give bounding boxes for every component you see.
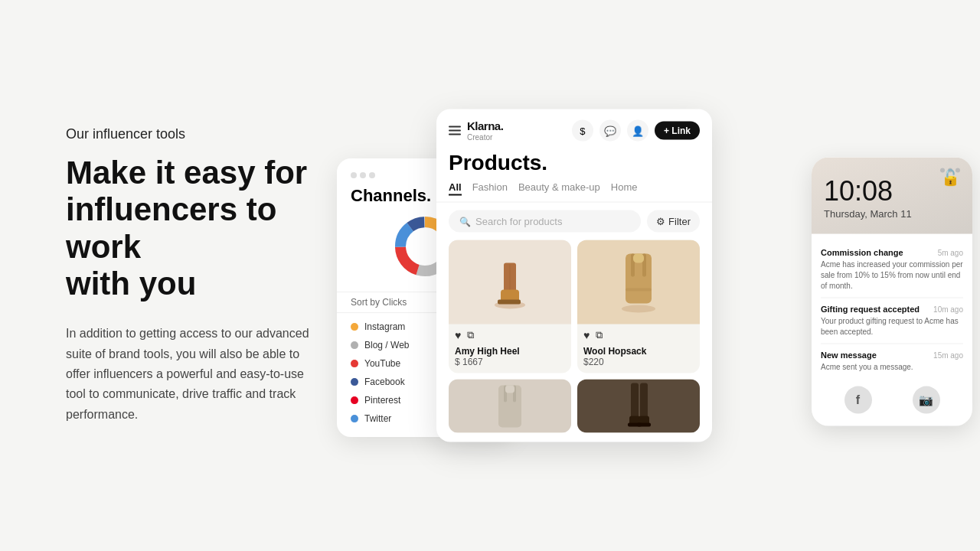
phone-status-bar xyxy=(824,168,960,173)
tag-label: Our influencer tools xyxy=(66,126,337,142)
notif-2: Gifting request accepted 10m ago Your pr… xyxy=(821,298,963,344)
chat-icon[interactable]: 💬 xyxy=(599,120,621,142)
notif-3-header: New message 15m ago xyxy=(821,350,963,360)
phone-lockscreen: 🔓 10:08 Thursday, March 11 xyxy=(812,158,972,234)
notif-3-body: Acme sent you a message. xyxy=(821,362,963,373)
dollar-icon[interactable]: $ xyxy=(572,120,593,142)
svg-rect-16 xyxy=(626,288,652,291)
product-item-3 xyxy=(449,380,571,433)
channel-dot xyxy=(351,378,358,386)
menu-line3 xyxy=(449,134,461,135)
headline: Make it easy for influencers to work wit… xyxy=(66,155,337,302)
dot3 xyxy=(369,172,375,178)
camera-icon[interactable]: 📷 xyxy=(913,386,940,414)
products-tabs: All Fashion Beauty & make-up Home xyxy=(436,181,712,203)
product-image-2 xyxy=(577,240,700,324)
notif-1-body: Acme has increased your commission per s… xyxy=(821,259,963,292)
notif-1: Commission change 5m ago Acme has increa… xyxy=(821,242,963,298)
menu-icon[interactable] xyxy=(449,126,461,135)
product-image-1 xyxy=(449,240,571,324)
headline-line2: influencers to work xyxy=(66,191,276,264)
search-input[interactable]: 🔍 Search for products xyxy=(449,210,641,233)
lightcoat-illustration xyxy=(487,380,533,433)
tab-home[interactable]: Home xyxy=(611,181,638,196)
products-card: Klarna. Creator $ 💬 👤 + Link Products. A… xyxy=(436,109,712,442)
product-2-name: Wool Hopsack xyxy=(583,346,694,357)
notif-2-header: Gifting request accepted 10m ago xyxy=(821,305,963,314)
klarna-name: Klarna. xyxy=(467,120,503,133)
link-button[interactable]: + Link xyxy=(655,122,700,140)
product-image-4 xyxy=(577,380,700,433)
product-1-name: Amy High Heel xyxy=(455,346,565,357)
left-section: Our influencer tools Make it easy for in… xyxy=(0,126,337,425)
channel-dot xyxy=(351,341,358,349)
search-icon: 🔍 xyxy=(459,216,471,227)
product-image-3 xyxy=(449,380,571,433)
header-icons: $ 💬 👤 + Link xyxy=(572,120,700,142)
heart-icon-1[interactable]: ♥ xyxy=(455,329,461,341)
svg-rect-15 xyxy=(633,253,644,262)
boot-illustration xyxy=(487,248,533,317)
notif-1-time: 5m ago xyxy=(938,249,963,257)
search-placeholder: Search for products xyxy=(475,216,562,227)
svg-point-11 xyxy=(622,305,655,312)
svg-rect-20 xyxy=(505,386,514,393)
product-2-actions: ♥ ⧉ xyxy=(577,324,700,344)
right-section: Channels. Sort by Clicks ▾ In xyxy=(337,0,980,551)
notif-2-body: Your product gifting request to Acme has… xyxy=(821,316,963,337)
notif-1-title: Commission change xyxy=(821,248,903,257)
products-grid: ♥ ⧉ Amy High Heel $ 1667 xyxy=(436,240,712,442)
tab-fashion[interactable]: Fashion xyxy=(472,181,508,196)
svg-rect-26 xyxy=(637,423,651,427)
menu-line2 xyxy=(449,130,461,132)
svg-rect-21 xyxy=(631,383,639,422)
headline-line1: Make it easy for xyxy=(66,155,307,191)
notif-3: New message 15m ago Acme sent you a mess… xyxy=(821,344,963,379)
phone-time: 10:08 xyxy=(824,178,960,205)
notif-3-time: 15m ago xyxy=(933,351,963,360)
svg-rect-22 xyxy=(640,383,648,422)
filter-button[interactable]: ⚙ Filter xyxy=(647,210,700,233)
menu-line1 xyxy=(449,126,461,128)
product-item-1: ♥ ⧉ Amy High Heel $ 1667 xyxy=(449,240,571,373)
description: In addition to getting access to our adv… xyxy=(66,324,326,425)
product-item-2: ♥ ⧉ Wool Hopsack $220 xyxy=(577,240,700,373)
channel-dot xyxy=(351,323,358,331)
product-2-price: $220 xyxy=(583,357,694,367)
channels-dots xyxy=(351,172,375,178)
search-row: 🔍 Search for products ⚙ Filter xyxy=(436,203,712,240)
filter-label: Filter xyxy=(668,216,691,227)
header-left: Klarna. Creator xyxy=(449,120,503,142)
link-label: + Link xyxy=(664,126,691,136)
coat-illustration xyxy=(612,246,665,318)
lock-icon: 🔓 xyxy=(941,168,960,187)
sort-by-label: Sort by Clicks xyxy=(351,297,407,308)
notif-1-header: Commission change 5m ago xyxy=(821,248,963,257)
notif-2-time: 10m ago xyxy=(933,305,963,314)
product-1-price: $ 1667 xyxy=(455,357,565,367)
channel-dot xyxy=(351,360,358,367)
product-item-4 xyxy=(577,380,700,433)
facebook-icon[interactable]: f xyxy=(844,386,872,414)
product-1-actions: ♥ ⧉ xyxy=(449,324,571,344)
dot2 xyxy=(360,172,366,178)
filter-icon: ⚙ xyxy=(656,216,665,227)
klarna-sub: Creator xyxy=(467,132,503,141)
copy-icon-2[interactable]: ⧉ xyxy=(596,329,603,341)
tab-all[interactable]: All xyxy=(449,181,462,196)
heart-icon-2[interactable]: ♥ xyxy=(583,329,590,341)
user-icon[interactable]: 👤 xyxy=(627,120,648,142)
phone-card: 🔓 10:08 Thursday, March 11 Commission ch… xyxy=(812,158,972,426)
tab-beauty[interactable]: Beauty & make-up xyxy=(518,181,600,196)
channel-dot xyxy=(351,415,358,422)
product-1-info: Amy High Heel $ 1667 xyxy=(449,344,571,373)
klarna-wordmark: Klarna. Creator xyxy=(467,120,503,142)
product-2-info: Wool Hopsack $220 xyxy=(577,344,700,373)
phone-date: Thursday, March 11 xyxy=(824,208,960,220)
products-title: Products. xyxy=(436,142,712,181)
notif-2-title: Gifting request accepted xyxy=(821,305,920,314)
darkboots-illustration xyxy=(616,380,662,433)
products-header: Klarna. Creator $ 💬 👤 + Link xyxy=(436,109,712,142)
notifications-list: Commission change 5m ago Acme has increa… xyxy=(812,234,972,379)
copy-icon-1[interactable]: ⧉ xyxy=(467,329,474,341)
